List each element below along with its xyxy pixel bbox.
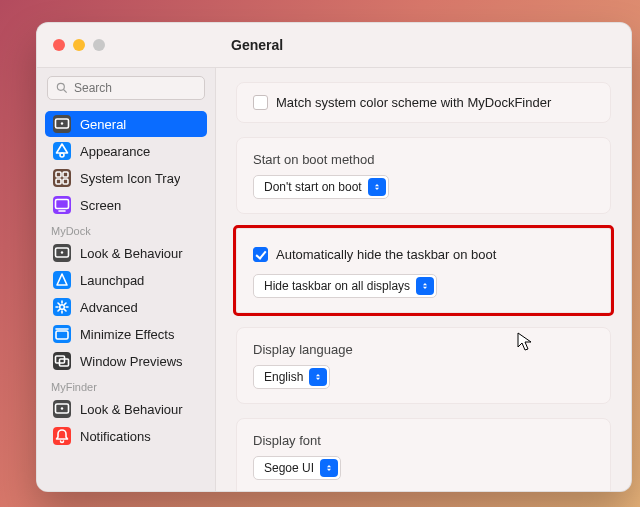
svg-rect-7 <box>56 179 61 184</box>
sidebar-item-notifications[interactable]: Notifications <box>45 423 207 449</box>
sidebar-item-label: Advanced <box>80 300 138 315</box>
hide-taskbar-checkbox[interactable] <box>253 247 268 262</box>
preferences-window: General GeneralAppearanceSystem Icon Tra… <box>36 22 632 492</box>
sidebar-item-label: General <box>80 117 126 132</box>
sidebar-group-myfinder: MyFinder <box>37 375 215 395</box>
taskbar-section: Automatically hide the taskbar on boot H… <box>236 228 611 313</box>
svg-point-12 <box>61 251 63 253</box>
svg-rect-8 <box>63 179 68 184</box>
display-language-select[interactable]: English <box>253 365 330 389</box>
chevron-updown-icon <box>320 459 338 477</box>
start-on-boot-select[interactable]: Don't start on boot <box>253 175 389 199</box>
svg-point-3 <box>61 122 63 124</box>
hide-taskbar-mode-value: Hide taskbar on all displays <box>264 279 410 293</box>
svg-point-19 <box>61 407 63 409</box>
search-input[interactable] <box>47 76 205 100</box>
sidebar-item-label: Screen <box>80 198 121 213</box>
sidebar-item-minimize-effects[interactable]: Minimize Effects <box>45 321 207 347</box>
chevron-updown-icon <box>309 368 327 386</box>
cursor-icon <box>517 332 533 352</box>
svg-rect-9 <box>56 200 69 209</box>
page-title: General <box>231 37 283 53</box>
chevron-updown-icon <box>368 178 386 196</box>
svg-line-1 <box>64 90 67 93</box>
sidebar-group-mydock: MyDock <box>37 219 215 239</box>
close-icon[interactable] <box>53 39 65 51</box>
sidebar-item-label: Minimize Effects <box>80 327 174 342</box>
svg-rect-14 <box>56 331 68 339</box>
tray-icon <box>53 169 71 187</box>
launchpad-icon <box>53 271 71 289</box>
sidebar-item-label: Notifications <box>80 429 151 444</box>
start-on-boot-value: Don't start on boot <box>264 180 362 194</box>
sidebar-item-label: Appearance <box>80 144 150 159</box>
sidebar-item-label: Launchpad <box>80 273 144 288</box>
hide-taskbar-mode-select[interactable]: Hide taskbar on all displays <box>253 274 437 298</box>
titlebar: General <box>37 23 631 68</box>
sidebar-item-look-behaviour[interactable]: Look & Behaviour <box>45 396 207 422</box>
screen-icon <box>53 196 71 214</box>
match-color-scheme-label: Match system color scheme with MyDockFin… <box>276 95 551 110</box>
display-font-value: Segoe UI <box>264 461 314 475</box>
sidebar-item-window-previews[interactable]: Window Previews <box>45 348 207 374</box>
advanced-icon <box>53 298 71 316</box>
sidebar: GeneralAppearanceSystem Icon TrayScreen … <box>37 68 216 491</box>
sidebar-item-label: System Icon Tray <box>80 171 180 186</box>
sidebar-item-launchpad[interactable]: Launchpad <box>45 267 207 293</box>
general-icon <box>53 400 71 418</box>
display-language-value: English <box>264 370 303 384</box>
svg-point-0 <box>57 83 64 90</box>
svg-rect-5 <box>56 172 61 177</box>
maximize-icon[interactable] <box>93 39 105 51</box>
sidebar-item-appearance[interactable]: Appearance <box>45 138 207 164</box>
sidebar-item-label: Window Previews <box>80 354 183 369</box>
start-on-boot-label: Start on boot method <box>253 152 594 167</box>
svg-point-4 <box>60 153 64 157</box>
search-icon <box>55 81 69 95</box>
svg-point-13 <box>60 305 65 310</box>
sidebar-item-advanced[interactable]: Advanced <box>45 294 207 320</box>
match-color-scheme-checkbox[interactable] <box>253 95 268 110</box>
display-font-label: Display font <box>253 433 594 448</box>
sidebar-item-general[interactable]: General <box>45 111 207 137</box>
hide-taskbar-row[interactable]: Automatically hide the taskbar on boot <box>253 247 594 262</box>
minimize-icon[interactable] <box>73 39 85 51</box>
match-color-scheme-row[interactable]: Match system color scheme with MyDockFin… <box>253 95 594 110</box>
display-font-select[interactable]: Segoe UI <box>253 456 341 480</box>
display-language-label: Display language <box>253 342 594 357</box>
sidebar-item-look-behaviour[interactable]: Look & Behaviour <box>45 240 207 266</box>
svg-rect-6 <box>63 172 68 177</box>
previews-icon <box>53 352 71 370</box>
sidebar-item-label: Look & Behaviour <box>80 402 183 417</box>
general-icon <box>53 244 71 262</box>
hide-taskbar-label: Automatically hide the taskbar on boot <box>276 247 496 262</box>
appearance-icon <box>53 142 71 160</box>
sidebar-item-system-icon-tray[interactable]: System Icon Tray <box>45 165 207 191</box>
sidebar-item-label: Look & Behaviour <box>80 246 183 261</box>
minimize-icon <box>53 325 71 343</box>
chevron-updown-icon <box>416 277 434 295</box>
notifications-icon <box>53 427 71 445</box>
content-pane: Match system color scheme with MyDockFin… <box>216 68 631 491</box>
general-icon <box>53 115 71 133</box>
sidebar-item-screen[interactable]: Screen <box>45 192 207 218</box>
